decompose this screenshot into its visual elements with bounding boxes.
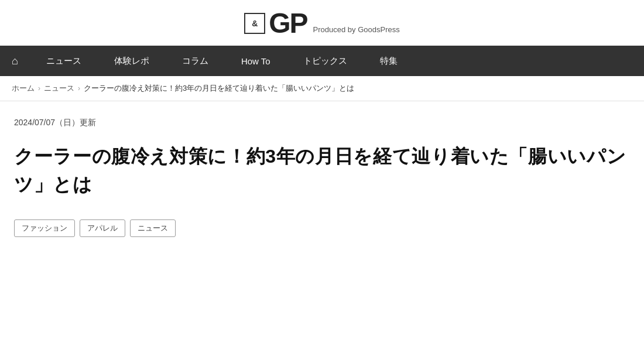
main-nav: ⌂ ニュース 体験レポ コラム How To トピックス 特集 (0, 46, 644, 76)
nav-item-news[interactable]: ニュース (30, 46, 98, 76)
breadcrumb-separator-2: › (78, 84, 80, 92)
logo-gp-text: GP (269, 9, 307, 37)
logo-tagline: Produced by GoodsPress (313, 25, 400, 37)
article-main: 2024/07/07（日）更新 クーラーの腹冷え対策に！約3年の月日を経て辿り着… (0, 101, 644, 255)
tag-list: ファッション アパレル ニュース (14, 219, 630, 237)
nav-item-review[interactable]: 体験レポ (98, 46, 166, 76)
breadcrumb: ホーム › ニュース › クーラーの腹冷え対策に！約3年の月日を経て辿り着いた「… (0, 76, 644, 101)
tag-apparel[interactable]: アパレル (80, 219, 125, 237)
home-icon: ⌂ (12, 55, 18, 67)
breadcrumb-home[interactable]: ホーム (12, 83, 35, 94)
article-title: クーラーの腹冷え対策に！約3年の月日を経て辿り着いた「腸いいパンツ」とは (14, 142, 630, 198)
nav-item-howto[interactable]: How To (225, 46, 287, 76)
logo-icon: & (244, 13, 265, 34)
tag-news[interactable]: ニュース (130, 219, 176, 237)
logo[interactable]: & GP Produced by GoodsPress (244, 9, 400, 37)
article-date: 2024/07/07（日）更新 (14, 118, 630, 128)
site-header: & GP Produced by GoodsPress (0, 0, 644, 46)
nav-item-column[interactable]: コラム (166, 46, 225, 76)
nav-item-feature[interactable]: 特集 (364, 46, 414, 76)
tag-fashion[interactable]: ファッション (14, 219, 75, 237)
breadcrumb-separator-1: › (38, 84, 40, 92)
nav-item-topics[interactable]: トピックス (287, 46, 364, 76)
nav-items: ⌂ ニュース 体験レポ コラム How To トピックス 特集 (0, 46, 644, 76)
nav-home[interactable]: ⌂ (0, 46, 30, 76)
breadcrumb-current: クーラーの腹冷え対策に！約3年の月日を経て辿り着いた「腸いいパンツ」とは (84, 83, 354, 94)
breadcrumb-news[interactable]: ニュース (44, 83, 74, 94)
